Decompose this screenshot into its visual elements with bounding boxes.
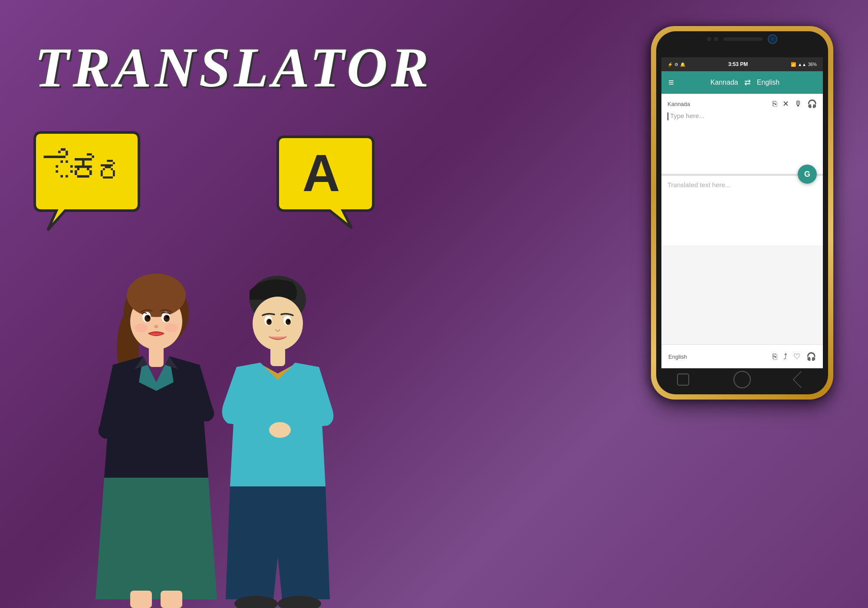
svg-point-22 <box>253 297 303 350</box>
output-placeholder: Translated text here... <box>667 181 730 188</box>
input-section: Kannada ⎘ ✕ 🎙 🎧 Type here... <box>661 94 823 174</box>
speaker-grille <box>723 37 763 41</box>
svg-point-17 <box>165 324 178 332</box>
input-lang-label: Kannada <box>667 101 690 107</box>
swap-language-icon[interactable]: ⇄ <box>744 78 751 87</box>
svg-text:G: G <box>804 170 810 178</box>
svg-point-27 <box>269 320 271 322</box>
svg-point-30 <box>269 422 291 438</box>
svg-text:A: A <box>302 144 340 202</box>
svg-point-11 <box>145 315 151 322</box>
divider: G <box>661 174 823 176</box>
source-language[interactable]: Kannada <box>710 79 738 86</box>
svg-text:ರ: ರ <box>95 153 127 189</box>
copy-icon[interactable]: ⎘ <box>773 352 777 361</box>
svg-rect-19 <box>130 591 152 608</box>
bubble-right: A <box>269 135 382 230</box>
svg-rect-18 <box>149 345 164 367</box>
app-toolbar: ≡ Kannada ⇄ English <box>661 71 823 94</box>
menu-icon[interactable]: ≡ <box>668 77 674 88</box>
man-character <box>213 261 343 608</box>
recent-apps-btn[interactable] <box>677 373 689 386</box>
phone-nav-buttons <box>677 371 807 388</box>
status-time: 3:53 PM <box>728 61 748 67</box>
battery-label: 36% <box>808 62 817 67</box>
clipboard-icon[interactable]: ⎘ <box>773 99 777 109</box>
listen-icon[interactable]: 🎧 <box>807 99 817 109</box>
svg-rect-20 <box>161 591 182 608</box>
camera-dot-2 <box>714 37 718 41</box>
back-btn[interactable] <box>792 371 810 388</box>
notification-icon: 🔔 <box>680 62 685 67</box>
target-language[interactable]: English <box>757 79 779 86</box>
camera-dot-1 <box>707 37 711 41</box>
svg-point-13 <box>147 316 150 318</box>
wifi-icon: 📶 <box>791 62 796 67</box>
app-title: TRANSLATOR <box>35 35 432 100</box>
camera-lens <box>768 34 777 44</box>
audio-icon[interactable]: 🎧 <box>806 352 816 361</box>
share-icon[interactable]: ⤴ <box>783 352 787 361</box>
mic-icon[interactable]: 🎙 <box>794 99 802 109</box>
svg-point-16 <box>135 324 148 332</box>
translate-button[interactable]: G <box>798 165 817 184</box>
usb-icon: ⚡ <box>667 62 673 67</box>
signal-icon: ▲▲ <box>798 62 806 67</box>
svg-point-14 <box>166 316 169 318</box>
home-btn[interactable] <box>733 371 751 388</box>
svg-point-28 <box>288 320 290 322</box>
svg-point-8 <box>127 274 186 317</box>
bottom-toolbar: English ⎘ ⤴ ♡ 🎧 <box>661 344 823 368</box>
output-lang-label: English <box>668 354 687 360</box>
svg-point-12 <box>164 315 170 322</box>
output-section: Translated text here... <box>661 176 823 245</box>
phone-mockup: ⚡ ⚙ 🔔 3:53 PM 📶 ▲▲ 36% ≡ Kannada <box>651 26 833 400</box>
woman-character <box>87 261 226 608</box>
status-bar: ⚡ ⚙ 🔔 3:53 PM 📶 ▲▲ 36% <box>661 57 823 71</box>
clear-icon[interactable]: ✕ <box>783 99 789 109</box>
input-placeholder: Type here... <box>670 112 704 119</box>
svg-rect-29 <box>270 347 285 366</box>
bubble-left: ಕ ೆ ರ <box>26 130 148 235</box>
settings-icon: ⚙ <box>674 62 678 67</box>
svg-point-15 <box>154 325 158 328</box>
favorite-icon[interactable]: ♡ <box>793 352 800 361</box>
